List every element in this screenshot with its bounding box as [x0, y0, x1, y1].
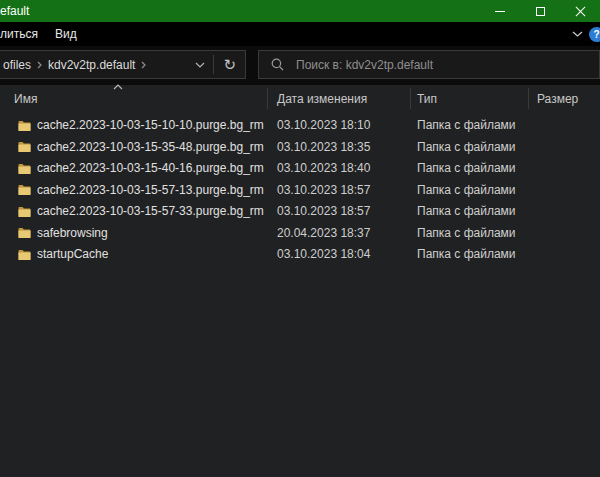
file-date-modified: 03.10.2023 18:35	[277, 137, 370, 159]
search-box[interactable]	[258, 50, 600, 79]
column-separator[interactable]	[267, 88, 268, 109]
column-header-date-modified[interactable]: Дата изменения	[277, 88, 367, 110]
file-date-modified: 03.10.2023 18:04	[277, 244, 370, 266]
ribbon-right-controls: ?	[566, 22, 600, 46]
window-title: efault	[0, 0, 29, 22]
file-name: cache2.2023-10-03-15-40-16.purge.bg_rm	[37, 158, 264, 180]
file-name: cache2.2023-10-03-15-57-33.purge.bg_rm	[37, 201, 264, 223]
breadcrumb-current-folder[interactable]: kdv2v2tp.default	[46, 58, 137, 72]
chevron-down-icon	[195, 62, 205, 68]
file-name: cache2.2023-10-03-15-35-48.purge.bg_rm	[37, 137, 264, 159]
table-row[interactable]: cache2.2023-10-03-15-40-16.purge.bg_rm 0…	[0, 158, 600, 180]
ribbon-tab-row: литься Вид ?	[0, 22, 600, 46]
file-date-modified: 03.10.2023 18:57	[277, 180, 370, 202]
close-button[interactable]	[560, 0, 600, 22]
folder-icon	[18, 115, 31, 137]
column-separator[interactable]	[528, 88, 529, 109]
help-button[interactable]: ?	[589, 27, 600, 42]
table-row[interactable]: cache2.2023-10-03-15-35-48.purge.bg_rm 0…	[0, 137, 600, 159]
tab-share[interactable]: литься	[0, 22, 38, 46]
breadcrumb-chevron-icon[interactable]	[33, 61, 46, 69]
file-type: Папка с файлами	[417, 223, 516, 245]
file-type: Папка с файлами	[417, 158, 516, 180]
search-icon	[271, 58, 284, 71]
window-controls	[480, 0, 600, 22]
table-row[interactable]: cache2.2023-10-03-15-57-13.purge.bg_rm 0…	[0, 180, 600, 202]
collapse-ribbon-button[interactable]	[566, 31, 589, 37]
refresh-icon: ↻	[223, 56, 236, 73]
file-date-modified: 03.10.2023 18:57	[277, 201, 370, 223]
file-date-modified: 03.10.2023 18:10	[277, 115, 370, 137]
breadcrumb-chevron-icon[interactable]	[137, 61, 150, 69]
table-row[interactable]: startupCache 03.10.2023 18:04 Папка с фа…	[0, 244, 600, 266]
navigation-toolbar: ofiles kdv2v2tp.default ↻	[0, 46, 600, 85]
file-name: startupCache	[37, 244, 108, 266]
file-name: cache2.2023-10-03-15-10-10.purge.bg_rm	[37, 115, 264, 137]
minimize-icon	[495, 11, 505, 12]
titlebar[interactable]: efault	[0, 0, 600, 22]
minimize-button[interactable]	[480, 0, 520, 22]
folder-icon	[18, 137, 31, 159]
file-list-area: Имя Дата изменения Тип Размер cache2.202…	[0, 85, 600, 477]
chevron-down-icon	[572, 31, 583, 37]
column-headers: Имя Дата изменения Тип Размер	[0, 85, 600, 112]
refresh-button[interactable]: ↻	[214, 57, 245, 72]
folder-icon	[18, 201, 31, 223]
file-list: cache2.2023-10-03-15-10-10.purge.bg_rm 0…	[0, 115, 600, 266]
maximize-button[interactable]	[520, 0, 560, 22]
table-row[interactable]: safebrowsing 20.04.2023 18:37 Папка с фа…	[0, 223, 600, 245]
column-separator[interactable]	[410, 88, 411, 109]
file-date-modified: 20.04.2023 18:37	[277, 223, 370, 245]
search-input[interactable]	[296, 58, 593, 72]
folder-icon	[18, 223, 31, 245]
column-header-name[interactable]: Имя	[14, 88, 37, 110]
address-history-dropdown[interactable]	[187, 62, 213, 68]
address-bar[interactable]: ofiles kdv2v2tp.default ↻	[0, 50, 246, 79]
file-type: Папка с файлами	[417, 137, 516, 159]
table-row[interactable]: cache2.2023-10-03-15-57-33.purge.bg_rm 0…	[0, 201, 600, 223]
file-type: Папка с файлами	[417, 115, 516, 137]
file-type: Папка с файлами	[417, 244, 516, 266]
column-header-type[interactable]: Тип	[417, 88, 437, 110]
explorer-window: efault литься Вид ? ofiles kdv2v2tp.defa…	[0, 0, 600, 477]
file-date-modified: 03.10.2023 18:40	[277, 158, 370, 180]
file-name: safebrowsing	[37, 223, 108, 245]
file-name: cache2.2023-10-03-15-57-13.purge.bg_rm	[37, 180, 264, 202]
close-icon	[575, 6, 586, 17]
sort-ascending-icon	[112, 84, 124, 90]
folder-icon	[18, 158, 31, 180]
file-type: Папка с файлами	[417, 180, 516, 202]
file-type: Папка с файлами	[417, 201, 516, 223]
table-row[interactable]: cache2.2023-10-03-15-10-10.purge.bg_rm 0…	[0, 115, 600, 137]
column-header-size[interactable]: Размер	[537, 88, 578, 110]
folder-icon	[18, 180, 31, 202]
maximize-icon	[536, 7, 545, 16]
breadcrumb-profiles[interactable]: ofiles	[1, 58, 33, 72]
tab-view[interactable]: Вид	[55, 22, 77, 46]
folder-icon	[18, 244, 31, 266]
